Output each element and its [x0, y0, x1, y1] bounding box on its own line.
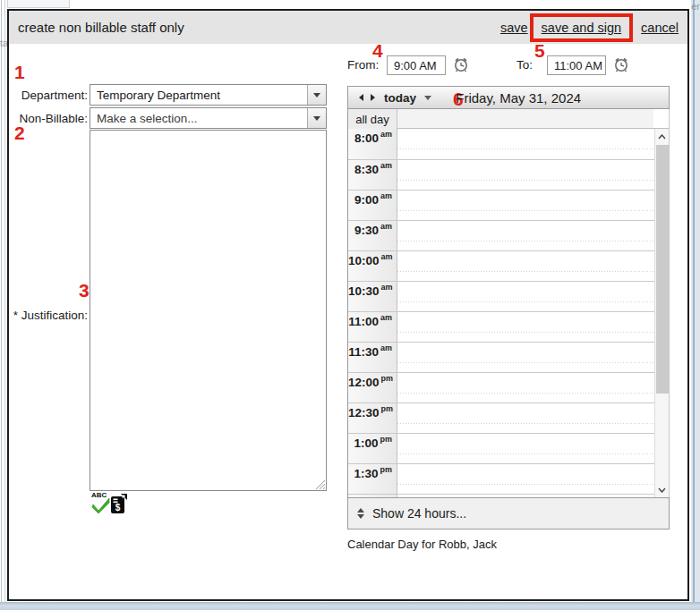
dialog-titlebar: create non billable staff only save save… — [9, 11, 687, 44]
calendar-slot-row: 10:00am — [348, 250, 670, 281]
calendar-slot-row: 11:30am — [348, 342, 670, 372]
save-and-sign-highlight-box: save and sign — [530, 13, 633, 42]
department-select[interactable]: Temporary Department — [90, 84, 327, 106]
slot-cell[interactable] — [397, 191, 654, 220]
background-page-right-edge — [691, 0, 700, 610]
calendar-slot-row: 12:30pm — [348, 402, 670, 433]
scrollbar-up-arrow-icon[interactable] — [655, 129, 669, 144]
today-button[interactable]: today — [384, 91, 416, 105]
slot-cell[interactable] — [397, 129, 654, 159]
calendar-slot-row: 10:30am — [348, 281, 670, 311]
from-time-input[interactable] — [387, 55, 446, 75]
non-billable-select-value: Make a selection... — [90, 112, 307, 125]
slot-cell[interactable] — [397, 251, 654, 281]
slot-cell[interactable] — [397, 282, 654, 311]
slot-time-label: 9:30am — [348, 221, 397, 250]
slot-cell[interactable] — [397, 221, 654, 250]
calendar-grid-rows: 8:00am8:30am9:00am9:30am10:00am10:30am11… — [348, 129, 670, 497]
previous-day-arrow-icon[interactable] — [359, 94, 363, 101]
slot-time-label: 12:30pm — [348, 403, 397, 433]
calendar-grid: 8:00am8:30am9:00am9:30am10:00am10:30am11… — [347, 129, 670, 497]
annotation-3: 3 — [79, 281, 90, 300]
from-label: From: — [347, 58, 379, 72]
background-page-bottom-edge — [0, 602, 700, 610]
scrollbar-thumb[interactable] — [656, 145, 669, 394]
non-billable-label: Non-Billable: — [9, 112, 88, 125]
dialog-title: create non billable staff only — [18, 20, 184, 35]
expand-collapse-icon — [357, 508, 364, 519]
calendar-slot-row: 11:00am — [348, 311, 670, 342]
department-select-arrow-button[interactable] — [307, 85, 326, 105]
calendar-slot-row: 9:30am — [348, 220, 670, 250]
all-day-label: all day — [348, 109, 397, 129]
chevron-down-icon — [313, 116, 320, 121]
scrollbar-down-arrow-icon[interactable] — [655, 482, 669, 497]
today-dropdown-icon[interactable] — [424, 96, 431, 100]
slot-cell[interactable] — [397, 495, 654, 497]
calendar-scrollbar[interactable] — [654, 129, 670, 497]
billing-document-icon[interactable]: $ — [110, 493, 128, 515]
calendar-slot-row: 8:00am — [348, 129, 670, 159]
annotation-2: 2 — [14, 123, 25, 142]
slot-time-label: 9:00am — [348, 191, 397, 220]
calendar-slot-row: 2:00pm — [348, 494, 670, 497]
calendar-slot-row: 1:30pm — [348, 463, 670, 494]
all-day-cell[interactable] — [397, 109, 653, 129]
non-billable-select-arrow-button[interactable] — [307, 108, 326, 128]
non-billable-select[interactable]: Make a selection... — [90, 107, 327, 129]
justification-textarea[interactable] — [90, 130, 327, 491]
background-text-fragment-right: er — [691, 1, 700, 12]
save-link[interactable]: save — [500, 21, 528, 35]
slot-time-label: 11:30am — [348, 343, 397, 372]
calendar-date-title: Friday, May 31, 2024 — [456, 90, 581, 106]
cancel-link[interactable]: cancel — [641, 21, 679, 35]
background-page-top-fragment — [7, 0, 70, 8]
annotation-1: 1 — [14, 63, 25, 81]
calendar-slot-row: 12:00pm — [348, 372, 670, 402]
show-24-hours-button[interactable]: Show 24 hours... — [347, 497, 670, 530]
save-and-sign-link[interactable]: save and sign — [542, 21, 621, 35]
to-label: To: — [516, 58, 533, 72]
slot-time-label: 8:00am — [348, 129, 397, 159]
show-24-hours-label: Show 24 hours... — [372, 506, 466, 521]
to-clock-icon[interactable] — [612, 55, 630, 73]
department-label: Department: — [9, 89, 88, 102]
calendar-slot-row: 1:00pm — [348, 433, 670, 463]
calendar-caption: Calendar Day for Robb, Jack — [347, 538, 497, 551]
all-day-row: all day — [347, 109, 670, 129]
to-time-input[interactable] — [547, 55, 606, 75]
calendar-day-view: today 6 Friday, May 31, 2024 all day 8:0… — [347, 86, 670, 530]
calendar-header: today 6 Friday, May 31, 2024 — [347, 86, 670, 109]
slot-cell[interactable] — [397, 403, 654, 433]
all-day-spacer — [653, 109, 669, 129]
slot-cell[interactable] — [397, 373, 654, 402]
annotation-5: 5 — [534, 41, 545, 60]
from-clock-icon[interactable] — [452, 55, 470, 73]
slot-cell[interactable] — [397, 312, 654, 342]
slot-time-label: 8:30am — [348, 160, 397, 190]
slot-time-label: 1:00pm — [348, 434, 397, 463]
slot-cell[interactable] — [397, 464, 654, 494]
slot-time-label: 11:00am — [348, 312, 397, 342]
calendar-slot-row: 9:00am — [348, 190, 670, 220]
create-non-billable-dialog: create non billable staff only save save… — [7, 9, 689, 601]
justification-label: * Justification: — [9, 309, 88, 322]
chevron-down-icon — [313, 93, 320, 97]
next-day-arrow-icon[interactable] — [371, 94, 375, 101]
calendar-slot-row: 8:30am — [348, 159, 670, 190]
slot-cell[interactable] — [397, 434, 654, 463]
slot-time-label: 10:00am — [348, 251, 397, 281]
slot-time-label: 1:30pm — [348, 464, 397, 494]
slot-time-label: 2:00pm — [348, 495, 397, 497]
background-page-left-edge — [0, 0, 7, 610]
slot-cell[interactable] — [397, 160, 654, 190]
annotation-4: 4 — [372, 41, 383, 60]
slot-cell[interactable] — [397, 343, 654, 372]
svg-text:$: $ — [115, 503, 121, 513]
slot-time-label: 12:00pm — [348, 373, 397, 402]
department-select-value: Temporary Department — [90, 89, 307, 102]
slot-time-label: 10:30am — [348, 282, 397, 311]
